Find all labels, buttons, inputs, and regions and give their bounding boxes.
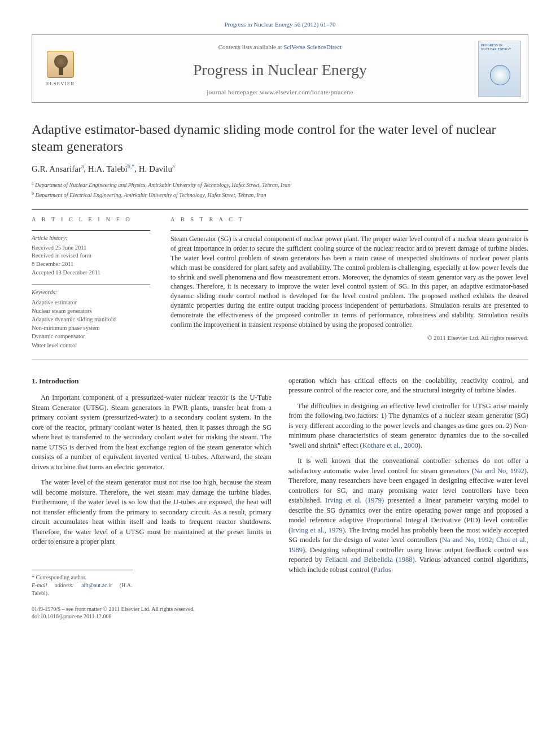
email-label: E-mail address: [32, 582, 81, 588]
divider [32, 209, 528, 210]
homepage-prefix: journal homepage: [207, 89, 260, 95]
keyword: Water level control [32, 341, 150, 350]
publisher-logo-cell: ELSEVIER [32, 35, 89, 102]
divider [32, 230, 150, 231]
citation-link[interactable]: Irving et al. (1979) [325, 496, 384, 504]
citation-link[interactable]: Irving et al., 1979 [291, 526, 343, 534]
divider [32, 360, 528, 360]
footnotes: * Corresponding author. E-mail address: … [32, 570, 133, 597]
keywords-list: Adaptive estimator Nuclear steam generat… [32, 298, 150, 350]
citation-line: Progress in Nuclear Energy 56 (2012) 61–… [32, 20, 528, 29]
author-name: H.A. Talebi [88, 164, 128, 173]
affiliation-text: Department of Electrical Engineering, Am… [36, 193, 266, 199]
journal-cover-thumbnail: PROGRESS IN NUCLEAR ENERGY [478, 41, 521, 97]
email-line: E-mail address: alit@aut.ac.ir (H.A. Tal… [32, 582, 133, 597]
citation-link[interactable]: Na and No, 1992 [474, 467, 524, 475]
author-affil-mark: a [81, 163, 84, 169]
homepage-url[interactable]: www.elsevier.com/locate/pnucene [260, 89, 353, 95]
body-paragraph: The difficulties in designing an effecti… [288, 401, 528, 451]
section-heading: 1. Introduction [32, 376, 272, 386]
contents-available: Contents lists available at SciVerse Sci… [94, 43, 466, 51]
history-item: Received 25 June 2011 [32, 244, 150, 252]
abstract-heading: A B S T R A C T [170, 216, 528, 224]
cover-caption: PROGRESS IN NUCLEAR ENERGY [479, 41, 520, 52]
divider [32, 285, 150, 285]
author-name: G.R. Ansarifar [32, 164, 81, 173]
publisher-name: ELSEVIER [46, 80, 75, 87]
body-paragraph: It is well known that the conventional c… [288, 456, 528, 575]
keyword: Dynamic compensator [32, 332, 150, 340]
right-column: operation which has critical effects on … [288, 376, 528, 597]
author-affil-mark: a [172, 163, 174, 169]
journal-name: Progress in Nuclear Energy [94, 59, 466, 81]
body-paragraph: The water level of the steam generator m… [32, 478, 272, 547]
body-columns: 1. Introduction An important component o… [32, 376, 528, 597]
keyword: Nuclear steam generators [32, 307, 150, 315]
elsevier-tree-icon [47, 51, 74, 78]
affiliation-text: Department of Nuclear Engineering and Ph… [35, 182, 290, 188]
abstract-column: A B S T R A C T Steam Generator (SG) is … [170, 216, 528, 350]
citation-link[interactable]: Kothare et al., 2000 [362, 442, 418, 449]
copyright-line: © 2011 Elsevier Ltd. All rights reserved… [170, 334, 528, 342]
history-item: 8 December 2011 [32, 260, 150, 269]
corresponding-author: * Corresponding author. [32, 574, 133, 582]
history-item: Received in revised form [32, 252, 150, 260]
email-link[interactable]: alit@aut.ac.ir [81, 582, 112, 588]
citation-link[interactable]: Parlos [374, 566, 391, 574]
author-name: H. Davilu [139, 164, 172, 173]
history-items: Received 25 June 2011 Received in revise… [32, 244, 150, 277]
sciencedirect-link[interactable]: SciVerse ScienceDirect [283, 43, 342, 50]
keywords-label: Keywords: [32, 289, 150, 296]
front-matter-line: 0149-1970/$ – see front matter © 2011 El… [32, 605, 528, 613]
citation-link[interactable]: Na and No, 1992 [442, 536, 492, 544]
keyword: Adaptive estimator [32, 298, 150, 307]
journal-header: ELSEVIER Contents lists available at Sci… [32, 34, 528, 103]
meta-row: A R T I C L E I N F O Article history: R… [32, 216, 528, 350]
article-info-heading: A R T I C L E I N F O [32, 216, 150, 224]
header-center: Contents lists available at SciVerse Sci… [89, 35, 471, 102]
divider [170, 230, 528, 231]
abstract-text: Steam Generator (SG) is a crucial compon… [170, 234, 528, 329]
bottom-info: 0149-1970/$ – see front matter © 2011 El… [32, 605, 528, 621]
author-affil-mark: b,* [128, 163, 135, 169]
cover-orb-icon [490, 65, 510, 85]
keyword: Non-minimum phase system [32, 324, 150, 332]
body-paragraph: An important component of a pressurized-… [32, 393, 272, 472]
article-title: Adaptive estimator-based dynamic sliding… [32, 121, 528, 155]
left-column: 1. Introduction An important component o… [32, 376, 272, 597]
cover-thumb-cell: PROGRESS IN NUCLEAR ENERGY [471, 35, 528, 102]
citation-link[interactable]: Feliachi and Belbelidia (1988) [325, 556, 415, 563]
body-text: ; [492, 536, 496, 544]
contents-prefix: Contents lists available at [218, 43, 283, 50]
doi-line: doi:10.1016/j.pnucene.2011.12.008 [32, 613, 528, 621]
article-info-column: A R T I C L E I N F O Article history: R… [32, 216, 150, 350]
body-paragraph: operation which has critical effects on … [288, 376, 528, 396]
affiliation-a: a Department of Nuclear Engineering and … [32, 181, 528, 189]
keyword: Adaptive dynamic sliding manifold [32, 315, 150, 324]
history-label: Article history: [32, 234, 150, 242]
author-list: G.R. Ansarifara, H.A. Talebib,*, H. Davi… [32, 163, 528, 174]
history-item: Accepted 13 December 2011 [32, 269, 150, 277]
journal-homepage: journal homepage: www.elsevier.com/locat… [94, 88, 466, 97]
elsevier-logo: ELSEVIER [41, 46, 80, 91]
affiliation-b: b Department of Electrical Engineering, … [32, 191, 528, 199]
body-text: ). [418, 442, 422, 449]
